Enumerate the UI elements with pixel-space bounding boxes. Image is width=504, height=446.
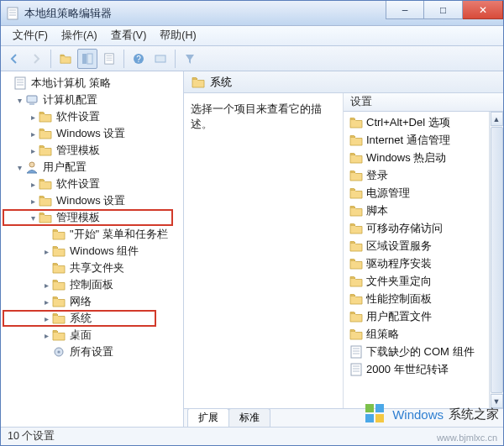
menu-file[interactable]: 文件(F) — [6, 27, 55, 45]
folder-icon — [39, 127, 52, 140]
menu-bar: 文件(F) 操作(A) 查看(V) 帮助(H) — [1, 26, 503, 46]
folder-icon — [349, 222, 363, 235]
tree-all-settings[interactable]: 所有设置 — [3, 344, 181, 360]
filter-button[interactable] — [180, 49, 200, 69]
list-item[interactable]: 组策略 — [344, 325, 503, 343]
expand-icon[interactable]: ▸ — [28, 197, 38, 206]
back-button[interactable] — [4, 49, 24, 69]
tree-start-menu[interactable]: "开始" 菜单和任务栏 — [3, 226, 181, 243]
user-icon — [25, 160, 39, 174]
expand-icon[interactable]: ▸ — [41, 314, 51, 323]
details-pane: 系统 选择一个项目来查看它的描述。 设置 Ctrl+Alt+Del 选项 Int… — [184, 71, 503, 427]
tab-extended[interactable]: 扩展 — [187, 408, 229, 427]
expand-icon[interactable]: ▸ — [41, 247, 51, 256]
scroll-down-icon[interactable]: ▼ — [491, 394, 503, 408]
tree-computer-config[interactable]: ▾计算机配置 — [3, 92, 181, 108]
list-item[interactable]: 用户配置文件 — [344, 307, 503, 325]
show-tree-button[interactable] — [77, 49, 97, 69]
expand-icon[interactable]: ▸ — [41, 281, 51, 290]
list-item[interactable]: 驱动程序安装 — [344, 254, 503, 272]
folder-icon — [39, 177, 52, 191]
folder-icon — [349, 328, 363, 341]
up-button[interactable] — [55, 49, 76, 69]
tab-standard[interactable]: 标准 — [228, 408, 270, 427]
forward-button[interactable] — [26, 49, 46, 69]
options-button[interactable] — [150, 49, 171, 69]
list-item[interactable]: 可移动存储访问 — [344, 219, 503, 237]
tree-system[interactable]: ▸系统 — [3, 310, 156, 327]
toolbar-separator — [50, 50, 51, 68]
svg-rect-13 — [155, 55, 165, 62]
folder-icon — [192, 76, 205, 89]
tree-desktop[interactable]: ▸桌面 — [3, 327, 181, 344]
details-title: 系统 — [210, 75, 232, 90]
maximize-button[interactable]: □ — [424, 1, 463, 19]
folder-icon — [52, 328, 66, 342]
tree-user-config[interactable]: ▾用户配置 — [3, 159, 181, 176]
menu-help[interactable]: 帮助(H) — [153, 27, 202, 45]
computer-icon — [25, 93, 39, 107]
folder-icon — [39, 211, 52, 224]
column-header-settings[interactable]: 设置 — [344, 93, 503, 112]
menu-action[interactable]: 操作(A) — [55, 27, 104, 45]
tree-win-components[interactable]: ▸Windows 组件 — [3, 243, 181, 260]
tree-root[interactable]: 本地计算机 策略 — [3, 75, 181, 92]
expand-icon[interactable]: ▸ — [41, 297, 51, 307]
close-button[interactable]: ✕ — [463, 1, 503, 19]
folder-icon — [349, 186, 363, 200]
expand-icon[interactable]: ▸ — [28, 113, 38, 122]
policy-icon — [13, 76, 27, 90]
expand-icon[interactable]: ▸ — [41, 331, 51, 340]
folder-icon — [39, 194, 52, 207]
help-button[interactable]: ? — [129, 49, 149, 69]
tree-uc-admin[interactable]: ▾管理模板 — [3, 209, 173, 226]
list-item[interactable]: Ctrl+Alt+Del 选项 — [344, 113, 503, 131]
menu-view[interactable]: 查看(V) — [104, 27, 154, 45]
list-item[interactable]: Windows 热启动 — [344, 149, 503, 166]
tree-cc-software[interactable]: ▸软件设置 — [3, 108, 181, 125]
minimize-button[interactable]: – — [386, 1, 424, 19]
expand-icon[interactable]: ▸ — [28, 146, 38, 155]
status-bar: 10 个设置 — [1, 427, 503, 445]
list-item[interactable]: 电源管理 — [344, 184, 503, 202]
tree-pane[interactable]: 本地计算机 策略 ▾计算机配置 ▸软件设置 ▸Windows 设置 ▸管理模板 … — [1, 71, 184, 427]
status-text: 10 个设置 — [8, 429, 55, 443]
scroll-up-icon[interactable]: ▲ — [491, 112, 503, 126]
toolbar-separator — [175, 50, 176, 68]
scroll-thumb[interactable] — [491, 127, 503, 393]
list-item[interactable]: Internet 通信管理 — [344, 131, 503, 149]
tree-uc-windows[interactable]: ▸Windows 设置 — [3, 192, 181, 209]
folder-icon — [52, 278, 66, 291]
vertical-scrollbar[interactable]: ▲ ▼ — [489, 112, 503, 408]
expand-icon[interactable]: ▸ — [28, 180, 38, 189]
svg-rect-10 — [87, 54, 92, 64]
list-item[interactable]: 文件夹重定向 — [344, 272, 503, 290]
folder-icon — [349, 116, 363, 129]
list-item[interactable]: 脚本 — [344, 202, 503, 219]
list-item[interactable]: 2000 年世纪转译 — [344, 360, 503, 378]
expand-icon[interactable]: ▸ — [28, 129, 38, 139]
tree-network[interactable]: ▸网络 — [3, 293, 181, 310]
tree-cc-admin[interactable]: ▸管理模板 — [3, 142, 181, 159]
list-item[interactable]: 登录 — [344, 166, 503, 184]
settings-icon — [52, 345, 66, 359]
folder-icon — [52, 295, 66, 308]
tree-shared-folders[interactable]: 共享文件夹 — [3, 260, 181, 276]
document-icon — [349, 345, 363, 359]
watermark-url: www.bjmlxc.cn — [437, 433, 497, 443]
settings-list[interactable]: Ctrl+Alt+Del 选项 Internet 通信管理 Windows 热启… — [344, 112, 503, 408]
list-item[interactable]: 区域设置服务 — [344, 237, 503, 254]
folder-icon — [52, 261, 66, 275]
list-item[interactable]: 下载缺少的 COM 组件 — [344, 343, 503, 360]
tree-cc-windows[interactable]: ▸Windows 设置 — [3, 125, 181, 142]
properties-button[interactable] — [99, 49, 119, 69]
expand-icon[interactable]: ▾ — [14, 96, 24, 105]
expand-icon[interactable]: ▾ — [14, 163, 24, 172]
tree-uc-software[interactable]: ▸软件设置 — [3, 176, 181, 192]
folder-icon — [349, 151, 363, 165]
folder-icon — [52, 244, 66, 258]
list-item[interactable]: 性能控制面板 — [344, 290, 503, 307]
tree-control-panel[interactable]: ▸控制面板 — [3, 276, 181, 293]
expand-icon[interactable]: ▾ — [28, 213, 38, 223]
folder-icon — [52, 228, 66, 241]
